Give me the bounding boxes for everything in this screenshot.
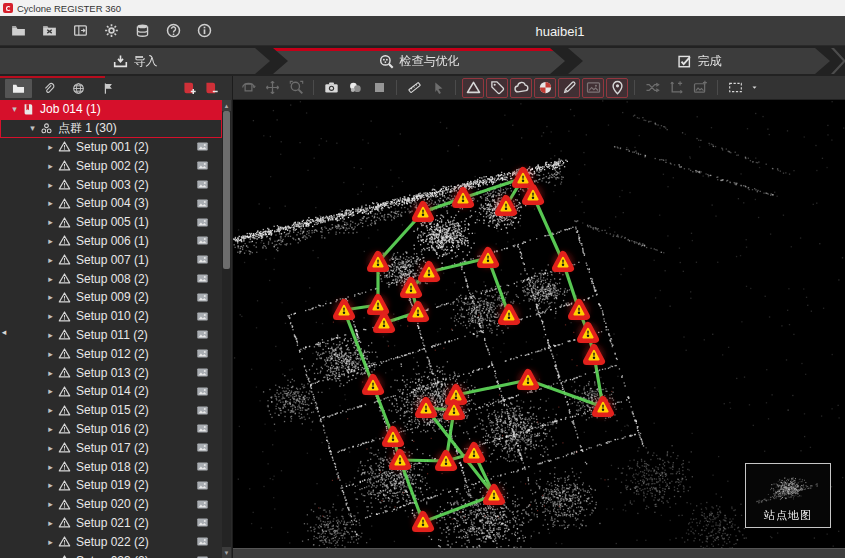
setup-thumbnail-icon[interactable] <box>195 272 210 285</box>
tree-scrollbar[interactable]: ▲ ▼ <box>222 100 231 558</box>
show-setups-toggle[interactable] <box>462 78 484 98</box>
setup-marker[interactable] <box>417 399 436 418</box>
setup-marker[interactable] <box>554 253 573 272</box>
tree-item-setup[interactable]: ▸Setup 008 (2) <box>0 269 232 288</box>
help-button[interactable] <box>162 20 184 42</box>
setup-marker[interactable] <box>384 428 403 447</box>
tree-item-setup[interactable]: ▸Setup 011 (2) <box>0 326 232 345</box>
show-cloud-toggle[interactable] <box>510 78 532 98</box>
tree-item-setup[interactable]: ▸Setup 017 (2) <box>0 438 232 457</box>
setup-thumbnail-icon[interactable] <box>195 422 210 435</box>
setup-marker[interactable] <box>414 203 433 222</box>
tree-item-job[interactable]: ▾Job 014 (1) <box>0 100 222 119</box>
expand-arrow-icon[interactable]: ▸ <box>44 368 57 378</box>
setup-marker[interactable] <box>414 513 433 532</box>
setup-marker[interactable] <box>524 186 543 205</box>
setup-marker[interactable] <box>465 444 484 463</box>
setup-thumbnail-icon[interactable] <box>195 516 210 529</box>
setup-marker[interactable] <box>514 169 533 188</box>
setup-marker[interactable] <box>497 197 516 216</box>
workflow-tab-import[interactable]: 导入 <box>0 48 270 74</box>
expand-arrow-icon[interactable]: ▸ <box>44 311 57 321</box>
setup-thumbnail-icon[interactable] <box>195 366 210 379</box>
setup-marker[interactable] <box>479 249 498 268</box>
draw-link-toggle[interactable] <box>558 78 580 98</box>
expand-arrow-icon[interactable]: ▸ <box>44 180 57 190</box>
expand-arrow-icon[interactable]: ▸ <box>44 462 57 472</box>
split-view-toggle[interactable] <box>534 78 556 98</box>
setup-thumbnail-icon[interactable] <box>195 253 210 266</box>
setup-thumbnail-icon[interactable] <box>195 291 210 304</box>
open-project-button[interactable] <box>7 20 29 42</box>
setup-marker[interactable] <box>420 263 439 282</box>
setup-marker[interactable] <box>570 301 589 320</box>
tree-item-setup[interactable]: ▸Setup 014 (2) <box>0 382 232 401</box>
tree-item-setup[interactable]: ▸Setup 012 (2) <box>0 344 232 363</box>
setup-marker[interactable] <box>437 452 456 471</box>
expand-arrow-icon[interactable]: ▸ <box>44 349 57 359</box>
link-line[interactable] <box>423 495 494 522</box>
setup-marker[interactable] <box>391 451 410 470</box>
setup-marker[interactable] <box>454 189 473 208</box>
setup-marker[interactable] <box>375 314 394 333</box>
sidebar-tab-project[interactable] <box>5 79 32 98</box>
setup-thumbnail-icon[interactable] <box>195 460 210 473</box>
camera-view-tool[interactable] <box>320 78 342 98</box>
scroll-up-icon[interactable]: ▲ <box>222 100 231 111</box>
tree-item-setup[interactable]: ▸Setup 002 (2) <box>0 156 232 175</box>
measure-tool[interactable] <box>403 78 425 98</box>
workflow-tab-review-optimize[interactable]: 检查与优化 <box>273 48 565 74</box>
show-tags-toggle[interactable] <box>486 78 508 98</box>
expand-arrow-icon[interactable]: ▸ <box>44 255 57 265</box>
tree-item-setup[interactable]: ▸Setup 006 (1) <box>0 232 232 251</box>
expand-arrow-icon[interactable]: ▸ <box>44 330 57 340</box>
tree-item-setup[interactable]: ▸Setup 019 (2) <box>0 476 232 495</box>
setup-thumbnail-icon[interactable] <box>195 441 210 454</box>
tree-item-setup[interactable]: ▸Setup 013 (2) <box>0 363 232 382</box>
setup-thumbnail-icon[interactable] <box>195 535 210 548</box>
tree-item-setup[interactable]: ▸Setup 009 (2) <box>0 288 232 307</box>
marquee-select-tool[interactable] <box>724 78 746 98</box>
setup-marker[interactable] <box>369 253 388 272</box>
expand-arrow-icon[interactable]: ▸ <box>44 292 57 302</box>
remove-bundle-button[interactable] <box>202 79 220 97</box>
setup-thumbnail-icon[interactable] <box>195 178 210 191</box>
collapse-arrow-icon[interactable]: ▾ <box>26 123 39 133</box>
setup-thumbnail-icon[interactable] <box>195 347 210 360</box>
setup-thumbnail-icon[interactable] <box>195 498 210 511</box>
expand-arrow-icon[interactable]: ▸ <box>44 499 57 509</box>
setup-thumbnail-icon[interactable] <box>195 140 210 153</box>
setup-marker[interactable] <box>402 279 421 298</box>
site-map-overlay[interactable]: 站点地图 <box>745 463 831 528</box>
expand-arrow-icon[interactable]: ▸ <box>44 198 57 208</box>
marquee-options-caret[interactable] <box>748 78 760 98</box>
expand-arrow-icon[interactable]: ▸ <box>44 274 57 284</box>
link-line[interactable] <box>426 408 494 495</box>
add-bundle-button[interactable] <box>180 79 198 97</box>
tree-item-setup[interactable]: ▸Setup 015 (2) <box>0 401 232 420</box>
tree-item-setup[interactable]: ▸Setup 021 (2) <box>0 514 232 533</box>
tree-item-setup[interactable]: ▸Setup 001 (2) <box>0 138 232 157</box>
setup-marker[interactable] <box>364 376 383 395</box>
link-line[interactable] <box>528 380 603 407</box>
tree-item-setup[interactable]: ▸Setup 003 (2) <box>0 175 232 194</box>
tree-item-setup[interactable]: ▸Setup 007 (1) <box>0 250 232 269</box>
setup-marker[interactable] <box>585 346 604 365</box>
setup-thumbnail-icon[interactable] <box>195 385 210 398</box>
scroll-down-icon[interactable]: ▼ <box>222 547 231 558</box>
link-line[interactable] <box>344 310 373 385</box>
tree-item-setup[interactable]: ▸Setup 020 (2) <box>0 495 232 514</box>
link-line[interactable] <box>533 195 563 262</box>
setup-thumbnail-icon[interactable] <box>195 328 210 341</box>
collapse-arrow-icon[interactable]: ▾ <box>8 104 21 114</box>
expand-arrow-icon[interactable]: ▸ <box>44 161 57 171</box>
tree-item-setup[interactable]: ▸Setup 004 (3) <box>0 194 232 213</box>
tree-item-setup[interactable]: ▸Setup 018 (2) <box>0 457 232 476</box>
setup-marker[interactable] <box>409 303 428 322</box>
expand-arrow-icon[interactable]: ▸ <box>44 518 57 528</box>
setup-marker[interactable] <box>369 296 388 315</box>
close-project-button[interactable] <box>38 20 60 42</box>
setup-thumbnail-icon[interactable] <box>195 404 210 417</box>
tree-item-setup[interactable]: ▸Setup 010 (2) <box>0 307 232 326</box>
sidebar-collapse-arrow-icon[interactable]: ◂ <box>0 323 8 341</box>
